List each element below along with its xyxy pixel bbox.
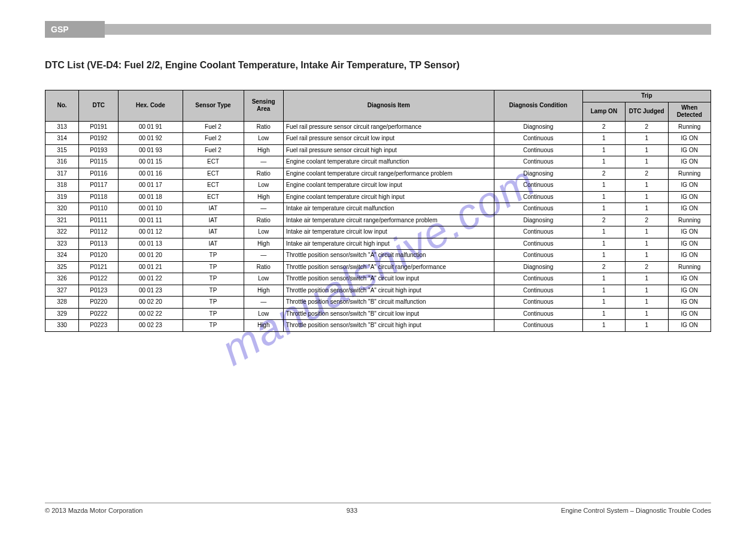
cell-item: Throttle position sensor/switch "A" circ…: [283, 273, 494, 285]
table-row: 323P011300 01 13IATHighIntake air temper…: [45, 238, 711, 250]
cell-hex: 00 01 10: [119, 203, 183, 215]
cell-t1: 1: [582, 273, 625, 285]
cell-t2: 1: [626, 203, 668, 215]
col-sensing: Sensing Area: [244, 90, 283, 122]
cell-num: 315: [45, 144, 79, 156]
cell-hex: 00 01 13: [119, 238, 183, 250]
cell-type: TP: [183, 297, 244, 309]
cell-t1: 1: [582, 133, 625, 145]
cell-t2: 1: [626, 285, 668, 297]
cell-cond: Continuous: [494, 191, 582, 203]
cell-t2: 1: [626, 226, 668, 238]
cell-t2: 1: [626, 156, 668, 168]
cell-cond: Continuous: [494, 180, 582, 192]
table-row: 322P011200 01 12IATLowIntake air tempera…: [45, 226, 711, 238]
cell-hex: 00 01 93: [119, 144, 183, 156]
table-body: 313P019100 01 91Fuel 2RatioFuel rail pre…: [45, 121, 711, 331]
cell-hex: 00 01 11: [119, 214, 183, 226]
cell-t2: 2: [626, 168, 668, 180]
cell-t3: IG ON: [668, 191, 711, 203]
cell-type: ECT: [183, 156, 244, 168]
cell-sensing: Low: [244, 273, 283, 285]
cell-t2: 1: [626, 250, 668, 262]
cell-t3: IG ON: [668, 250, 711, 262]
cell-t2: 1: [626, 133, 668, 145]
cell-num: 323: [45, 238, 79, 250]
page-footer: © 2013 Mazda Motor Corporation 933 Engin…: [45, 503, 711, 514]
cell-hex: 00 01 21: [119, 261, 183, 273]
cell-dtc: P0220: [79, 297, 119, 309]
cell-t1: 1: [582, 180, 625, 192]
cell-sensing: Ratio: [244, 121, 283, 133]
cell-t3: IG ON: [668, 308, 711, 320]
cell-num: 318: [45, 180, 79, 192]
cell-num: 313: [45, 121, 79, 133]
cell-num: 330: [45, 320, 79, 332]
cell-hex: 00 01 16: [119, 168, 183, 180]
cell-num: 319: [45, 191, 79, 203]
cell-type: TP: [183, 285, 244, 297]
cell-sensing: Low: [244, 226, 283, 238]
cell-cond: Continuous: [494, 238, 582, 250]
table-head: No. DTC Hex. Code Sensor Type Sensing Ar…: [45, 90, 711, 122]
cell-t1: 1: [582, 297, 625, 309]
cell-t3: IG ON: [668, 144, 711, 156]
col-hex: Hex. Code: [119, 90, 183, 122]
cell-sensing: High: [244, 285, 283, 297]
cell-cond: Continuous: [494, 250, 582, 262]
cell-t2: 1: [626, 273, 668, 285]
cell-t1: 1: [582, 203, 625, 215]
cell-sensing: Low: [244, 180, 283, 192]
cell-sensing: —: [244, 250, 283, 262]
cell-type: TP: [183, 320, 244, 332]
cell-t3: IG ON: [668, 203, 711, 215]
header-bar: GSP: [45, 24, 711, 35]
cell-t3: IG ON: [668, 156, 711, 168]
cell-sensing: Ratio: [244, 168, 283, 180]
cell-hex: 00 01 18: [119, 191, 183, 203]
cell-type: Fuel 2: [183, 121, 244, 133]
cell-hex: 00 01 22: [119, 273, 183, 285]
cell-cond: Continuous: [494, 203, 582, 215]
cell-item: Engine coolant temperature circuit low i…: [283, 180, 494, 192]
col-trip1: Lamp ON: [582, 102, 625, 121]
cell-hex: 00 02 23: [119, 320, 183, 332]
cell-t1: 1: [582, 285, 625, 297]
table-row: 320P011000 01 10IAT—Intake air temperatu…: [45, 203, 711, 215]
cell-cond: Continuous: [494, 144, 582, 156]
cell-type: TP: [183, 250, 244, 262]
cell-cond: Continuous: [494, 320, 582, 332]
cell-dtc: P0117: [79, 180, 119, 192]
cell-t1: 1: [582, 191, 625, 203]
header-tab-label: GSP: [51, 25, 69, 34]
cell-num: 328: [45, 297, 79, 309]
cell-t3: IG ON: [668, 238, 711, 250]
cell-sensing: High: [244, 238, 283, 250]
cell-cond: Continuous: [494, 308, 582, 320]
dtc-table: No. DTC Hex. Code Sensor Type Sensing Ar…: [45, 90, 711, 332]
cell-item: Engine coolant temperature circuit range…: [283, 168, 494, 180]
cell-cond: Continuous: [494, 133, 582, 145]
cell-item: Throttle position sensor/switch "A" circ…: [283, 261, 494, 273]
cell-t2: 2: [626, 214, 668, 226]
cell-dtc: P0113: [79, 238, 119, 250]
cell-num: 321: [45, 214, 79, 226]
cell-hex: 00 01 15: [119, 156, 183, 168]
table-row: 327P012300 01 23TPHighThrottle position …: [45, 285, 711, 297]
cell-num: 325: [45, 261, 79, 273]
cell-type: ECT: [183, 168, 244, 180]
table-row: 313P019100 01 91Fuel 2RatioFuel rail pre…: [45, 121, 711, 133]
cell-t2: 1: [626, 308, 668, 320]
section-title: DTC List (VE-D4: Fuel 2/2, Engine Coolan…: [45, 60, 460, 71]
cell-t3: IG ON: [668, 285, 711, 297]
header-tab: GSP: [45, 21, 105, 38]
cell-item: Throttle position sensor/switch "A" circ…: [283, 285, 494, 297]
cell-t3: Running: [668, 261, 711, 273]
cell-type: TP: [183, 273, 244, 285]
cell-t1: 1: [582, 250, 625, 262]
cell-num: 314: [45, 133, 79, 145]
cell-hex: 00 02 20: [119, 297, 183, 309]
cell-num: 320: [45, 203, 79, 215]
cell-t1: 1: [582, 144, 625, 156]
cell-t2: 1: [626, 238, 668, 250]
